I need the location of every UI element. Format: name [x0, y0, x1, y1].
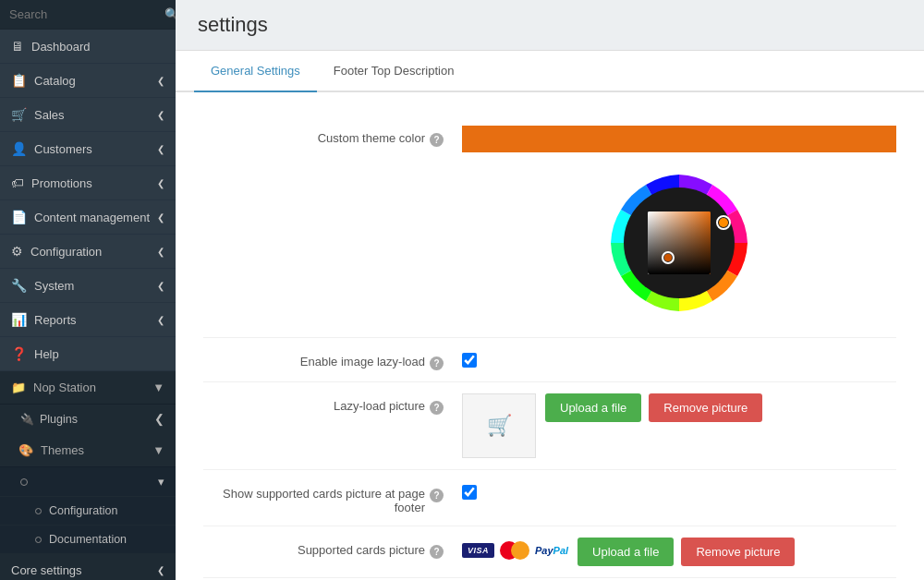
control-supported-cards	[462, 481, 896, 500]
themes-doc-label: Documentation	[49, 533, 127, 546]
sidebar-item-themes[interactable]: 🎨 Themes ▼	[0, 434, 176, 467]
row-custom-theme-color: Custom theme color ? #E76E11	[203, 115, 896, 338]
dashboard-icon: 🖥	[11, 39, 24, 54]
control-supported-cards-picture: VISA PayPal Upload a file Remove picture	[462, 538, 896, 566]
sidebar-item-label: Dashboard	[31, 40, 91, 54]
label-custom-theme-color: Custom theme color ?	[203, 126, 462, 147]
core-settings-arrow: ❮	[157, 565, 164, 575]
promotions-icon: 🏷	[11, 175, 24, 190]
system-arrow: ❮	[157, 281, 164, 291]
themes-config-label: Configuration	[49, 504, 117, 517]
sidebar-item-configuration[interactable]: ⚙ Configuration ❮	[0, 235, 176, 269]
configuration-icon: ⚙	[11, 244, 23, 259]
sidebar-item-label: Configuration	[30, 245, 102, 259]
themes-label: Themes	[41, 443, 84, 457]
sidebar-item-plugins[interactable]: 🔌 Plugins ❮	[0, 405, 176, 434]
remove-cards-picture-button[interactable]: Remove picture	[681, 538, 795, 566]
control-custom-theme-color: #E76E11	[462, 126, 896, 326]
help-icon-lazy-load-picture[interactable]: ?	[430, 401, 444, 415]
control-lazy-load-picture: 🛒 Upload a file Remove picture	[462, 393, 896, 458]
customers-arrow: ❮	[157, 144, 164, 154]
catalog-icon: 📋	[11, 73, 27, 88]
settings-form: Custom theme color ? #E76E11	[176, 92, 924, 580]
sidebar-item-label: Help	[34, 347, 59, 361]
reports-icon: 📊	[11, 312, 27, 327]
svg-rect-4	[648, 211, 711, 274]
promotions-arrow: ❮	[157, 178, 164, 188]
nop-station-icon: 📁	[11, 381, 26, 394]
sidebar-item-promotions[interactable]: 🏷 Promotions ❮	[0, 166, 176, 200]
plugins-icon: 🔌	[20, 413, 34, 426]
lazy-load-picture-placeholder: 🛒	[462, 393, 536, 458]
main-content: settings General Settings Footer Top Des…	[176, 0, 924, 580]
sidebar-item-system[interactable]: 🔧 System ❮	[0, 269, 176, 303]
label-lazy-load-picture: Lazy-load picture ?	[203, 393, 462, 415]
sidebar-item-catalog[interactable]: 📋 Catalog ❮	[0, 64, 176, 98]
sidebar-item-dashboard[interactable]: 🖥 Dashboard	[0, 30, 176, 64]
sidebar-item-themes-configuration[interactable]: Configuration	[0, 497, 176, 526]
content-arrow: ❮	[157, 212, 164, 223]
nop-station-label: Nop Station	[33, 381, 96, 394]
lazy-load-checkbox[interactable]	[462, 353, 477, 368]
reports-arrow: ❮	[157, 315, 164, 325]
card-icons: VISA PayPal	[462, 538, 568, 563]
row-supported-cards-picture: Supported cards picture ? VISA PayPal Up…	[203, 526, 896, 578]
color-hex-input[interactable]: #E76E11	[462, 126, 896, 152]
sidebar-item-label: Content management	[34, 211, 150, 224]
lazy-load-buttons: Upload a file Remove picture	[545, 393, 762, 422]
tabs-bar: General Settings Footer Top Description	[176, 51, 924, 92]
catalog-arrow: ❮	[157, 76, 164, 86]
themes-arrow: ▼	[152, 443, 164, 457]
control-lazy-load	[462, 349, 896, 368]
page-header: settings	[176, 0, 924, 51]
sidebar-item-label: Customers	[34, 142, 92, 156]
row-lazy-load: Enable image lazy-load ?	[203, 338, 896, 382]
sidebar-item-label: Promotions	[31, 176, 92, 190]
sidebar-item-nop-station[interactable]: 📁 Nop Station ▼	[0, 371, 176, 405]
row-supported-cards: Show supported cards picture at page foo…	[203, 470, 896, 526]
upload-lazy-load-button[interactable]: Upload a file	[545, 393, 641, 422]
color-wheel[interactable]	[605, 169, 753, 317]
sidebar-item-label: System	[34, 279, 74, 293]
help-icon: ❓	[11, 346, 27, 361]
row-lazy-load-picture: Lazy-load picture ? 🛒 Upload a file Remo…	[203, 382, 896, 470]
sidebar-item-help[interactable]: ❓ Help	[0, 337, 176, 371]
paypal-icon: PayPal	[535, 545, 568, 556]
sidebar-themes-dot[interactable]: ▾	[0, 467, 176, 497]
color-picker-container[interactable]	[462, 160, 896, 326]
tab-general-settings[interactable]: General Settings	[194, 51, 317, 92]
supported-cards-checkbox[interactable]	[462, 485, 477, 500]
basket-icon: 🛒	[487, 414, 512, 438]
upload-cards-picture-button[interactable]: Upload a file	[578, 538, 674, 566]
themes-dot-icon	[20, 478, 28, 486]
sidebar-item-core-settings[interactable]: Core settings ❮	[0, 554, 176, 580]
themes-icon: 🎨	[18, 443, 33, 457]
color-picker-wrapper: #E76E11	[462, 126, 896, 326]
sidebar-item-content-management[interactable]: 📄 Content management ❮	[0, 200, 176, 235]
content-icon: 📄	[11, 210, 27, 224]
sidebar-item-reports[interactable]: 📊 Reports ❮	[0, 303, 176, 337]
sales-icon: 🛒	[11, 107, 27, 122]
svg-point-6	[719, 218, 728, 227]
sidebar-item-themes-documentation[interactable]: Documentation	[0, 526, 176, 554]
help-icon-theme-color[interactable]: ?	[430, 133, 444, 147]
visa-icon: VISA	[462, 543, 494, 558]
sales-arrow: ❮	[157, 110, 164, 120]
sidebar-item-label: Sales	[34, 108, 65, 122]
sidebar-item-sales[interactable]: 🛒 Sales ❮	[0, 98, 176, 132]
core-settings-label: Core settings	[11, 563, 82, 577]
help-icon-lazy-load[interactable]: ?	[430, 356, 444, 370]
help-icon-supported-cards-picture[interactable]: ?	[430, 545, 444, 559]
tab-footer-top-description[interactable]: Footer Top Description	[317, 51, 471, 92]
sidebar-item-customers[interactable]: 👤 Customers ❮	[0, 132, 176, 166]
remove-lazy-load-button[interactable]: Remove picture	[649, 393, 762, 422]
label-lazy-load: Enable image lazy-load ?	[203, 349, 462, 370]
plugins-label: Plugins	[40, 413, 78, 426]
customers-icon: 👤	[11, 141, 27, 156]
svg-point-5	[664, 254, 672, 261]
sidebar-item-label: Catalog	[34, 74, 76, 88]
configuration-arrow: ❮	[157, 247, 164, 257]
sidebar-search[interactable]: 🔍	[0, 0, 176, 30]
search-input[interactable]	[9, 7, 164, 21]
help-icon-supported-cards[interactable]: ?	[430, 489, 444, 502]
